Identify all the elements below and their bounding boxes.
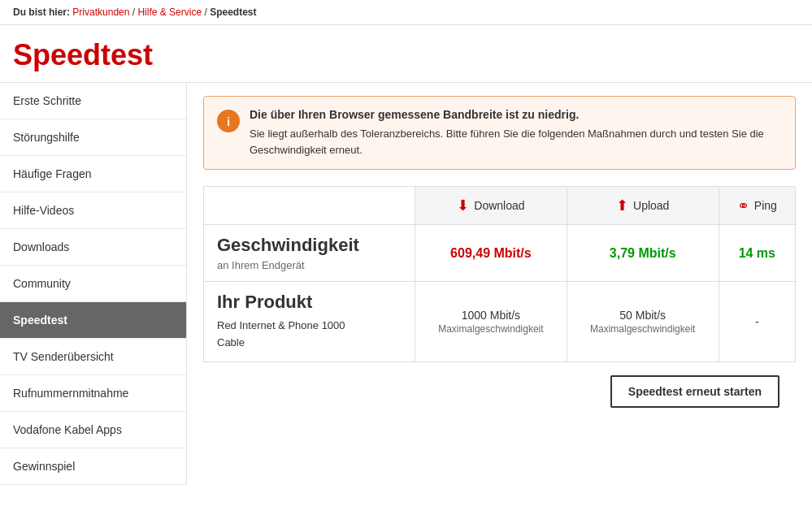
alert-description: Sie liegt außerhalb des Toleranzbereichs… [250,126,782,158]
header-ping: ⚭ Ping [719,187,795,225]
row2-title: Ihr Produkt [217,292,402,313]
row2-upload: 50 Mbit/s Maximalgeschwindigkeit [567,282,719,362]
header-upload: ⬆ Upload [567,187,719,225]
row2-ping-value: - [755,315,759,328]
header-download: ⬇ Download [415,187,567,225]
row1-label-cell: Geschwindigkeit an Ihrem Endgerät [204,225,415,282]
breadcrumb-prefix: Du bist hier: [13,6,70,18]
download-icon: ⬇ [457,197,469,214]
speed-table: ⬇ Download ⬆ Upload ⚭ Ping [203,186,796,362]
table-row-produkt: Ihr Produkt Red Internet & Phone 1000 Ca… [204,282,796,362]
content-area: i Die über Ihren Browser gemessene Bandb… [187,83,812,485]
sidebar-item-kabel-apps[interactable]: Vodafone Kabel Apps [0,412,186,448]
row1-upload-value: 3,79 Mbit/s [610,246,676,260]
row2-upload-label: Maximalgeschwindigkeit [580,323,706,335]
row1-ping-value: 14 ms [739,246,775,260]
alert-content: Die über Ihren Browser gemessene Bandbre… [250,108,782,158]
row1-download: 609,49 Mbit/s [415,225,567,282]
ping-icon: ⚭ [737,197,749,214]
row2-subtitle-line1: Red Internet & Phone 1000 [217,319,345,331]
sidebar-item-downloads[interactable]: Downloads [0,229,186,266]
row2-label-cell: Ihr Produkt Red Internet & Phone 1000 Ca… [204,282,415,362]
header-download-label: Download [474,199,524,212]
row2-ping: - [719,282,795,362]
sidebar-item-rufnummer[interactable]: Rufnummernmitnahme [0,375,186,412]
upload-icon: ⬆ [616,197,628,214]
row1-upload: 3,79 Mbit/s [567,225,719,282]
breadcrumb-link-privatkunden[interactable]: Privatkunden [72,6,129,18]
row1-title: Geschwindigkeit [217,235,402,256]
main-layout: Erste Schritte Störungshilfe Häufige Fra… [0,83,812,501]
breadcrumb-link-hilfe[interactable]: Hilfe & Service [137,6,202,18]
page-title: Speedtest [0,25,812,82]
breadcrumb-current: Speedtest [210,6,256,18]
sidebar-item-speedtest[interactable]: Speedtest [0,302,186,339]
row2-download-value: 1000 Mbit/s [428,309,554,322]
row2-subtitle-line2: Cable [217,336,245,348]
alert-title: Die über Ihren Browser gemessene Bandbre… [250,108,782,121]
header-ping-label: Ping [754,199,777,212]
row1-download-value: 609,49 Mbit/s [450,246,532,260]
row2-download-label: Maximalgeschwindigkeit [428,323,554,335]
header-upload-label: Upload [633,199,669,212]
row2-upload-value: 50 Mbit/s [580,309,706,322]
sidebar: Erste Schritte Störungshilfe Häufige Fra… [0,83,187,485]
button-row: Speedtest erneut starten [203,362,796,408]
sidebar-item-haeufige-fragen[interactable]: Häufige Fragen [0,156,186,193]
sidebar-item-erste-schritte[interactable]: Erste Schritte [0,83,186,119]
row1-subtitle: an Ihrem Endgerät [217,259,402,271]
sidebar-item-tv[interactable]: TV Senderübersicht [0,339,186,375]
table-row-geschwindigkeit: Geschwindigkeit an Ihrem Endgerät 609,49… [204,225,796,282]
sidebar-item-gewinnspiel[interactable]: Gewinnspiel [0,448,186,485]
sidebar-item-community[interactable]: Community [0,266,186,302]
row2-download: 1000 Mbit/s Maximalgeschwindigkeit [415,282,567,362]
row2-subtitle: Red Internet & Phone 1000 Cable [217,318,402,352]
sidebar-item-hilfe-videos[interactable]: Hilfe-Videos [0,193,186,229]
alert-icon: i [217,110,240,132]
restart-speedtest-button[interactable]: Speedtest erneut starten [610,375,779,408]
row1-ping: 14 ms [719,225,795,282]
alert-box: i Die über Ihren Browser gemessene Bandb… [203,96,796,170]
sidebar-item-stoerungshilfe[interactable]: Störungshilfe [0,119,186,156]
breadcrumb: Du bist hier: Privatkunden / Hilfe & Ser… [0,0,812,25]
